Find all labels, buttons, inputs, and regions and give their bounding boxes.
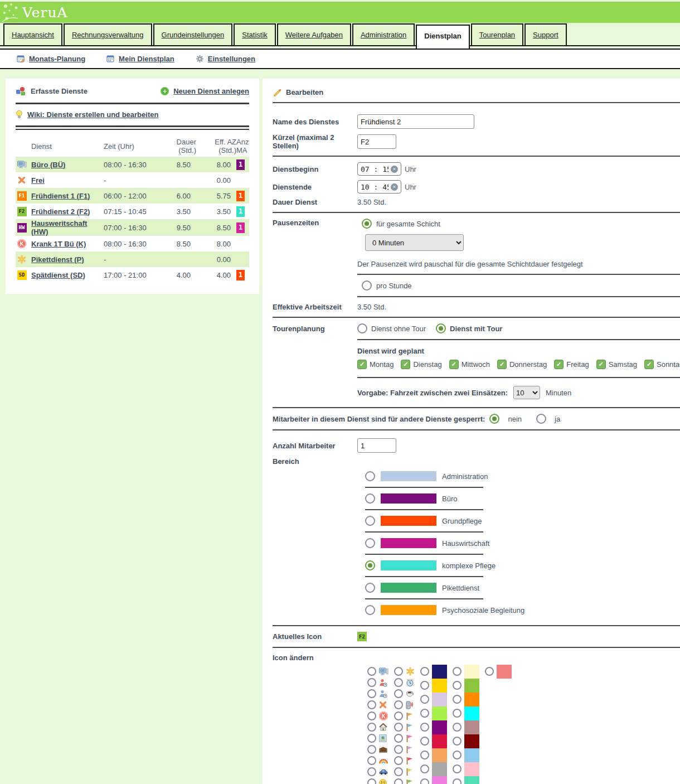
radio-color-thistle[interactable] — [420, 695, 429, 704]
coffee-icon — [406, 690, 415, 698]
service-link[interactable]: Frei — [31, 176, 104, 185]
service-link[interactable]: Hausweritschaft (HW) — [31, 219, 104, 236]
service-link[interactable]: Pikettdienst (P) — [31, 255, 104, 264]
checkbox-samstag[interactable] — [596, 360, 606, 369]
radio-gesamte-schicht[interactable] — [362, 219, 372, 229]
radio-icon-asterisk[interactable] — [394, 667, 403, 676]
tab-hauptansicht[interactable]: Hauptansicht — [3, 23, 62, 45]
tab-administration[interactable]: Administration — [352, 23, 415, 45]
wiki-link[interactable]: Wiki: Dienste erstellen und bearbeiten — [27, 110, 158, 119]
service-link[interactable]: Frühdienst 1 (F1) — [31, 192, 104, 200]
radio-color-cream[interactable] — [453, 667, 462, 676]
bereich-item: komplexe Pflege — [365, 560, 680, 570]
radio-bereich-buero[interactable] — [365, 493, 375, 504]
radio-icon-chest[interactable] — [367, 745, 376, 754]
radio-icon-person-blue[interactable] — [367, 689, 376, 698]
checkbox-donnerstag[interactable] — [497, 360, 507, 369]
radio-color-gold[interactable] — [420, 681, 429, 690]
checkbox-mittwoch[interactable] — [449, 360, 459, 369]
service-link[interactable]: Frühdienst 2 (F2) — [31, 207, 104, 216]
radio-color-sandybrown[interactable] — [420, 751, 429, 759]
radio-icon-coffee[interactable] — [394, 689, 403, 698]
radio-icon-phone[interactable] — [394, 700, 403, 709]
radio-bereich-hauswirtschaft[interactable] — [365, 538, 375, 548]
service-duration: 8.50 — [159, 161, 196, 169]
kuerzel-input[interactable] — [357, 134, 396, 149]
subnav-mein-dienstplan[interactable]: Mein Dienstplan — [106, 55, 174, 63]
radio-bereich-grundpflege[interactable] — [365, 516, 375, 526]
tab-grundeinstellungen[interactable]: Grundeinstellungen — [153, 23, 233, 45]
radio-color-aquamarine[interactable] — [453, 778, 462, 784]
radio-icon-house[interactable] — [367, 723, 376, 732]
anzahl-mitarbeiter-input[interactable] — [357, 438, 396, 453]
subnav-monats-planung[interactable]: Monats-Planung — [17, 55, 85, 63]
checkbox-dienstag[interactable] — [401, 360, 410, 369]
radio-bereich-psychosoziale[interactable] — [365, 605, 375, 615]
fahrzeit-select[interactable]: 10 — [513, 386, 540, 399]
radio-icon-picture[interactable] — [367, 734, 376, 743]
radio-color-skyblue[interactable] — [453, 751, 462, 759]
tab-support[interactable]: Support — [524, 23, 567, 45]
checkbox-freitag[interactable] — [554, 360, 564, 369]
radio-color-purple[interactable] — [420, 723, 429, 732]
radio-dienst-mit-tour[interactable] — [436, 323, 446, 333]
radio-icon-person-red[interactable] — [367, 678, 376, 687]
tab-dienstplan[interactable]: Dienstplan — [416, 25, 469, 49]
radio-icon-computer[interactable] — [367, 667, 376, 676]
new-service-link[interactable]: Neuen Dienst anlegen — [173, 87, 249, 95]
radio-icon-k-circle[interactable] — [367, 712, 376, 720]
radio-color-cyan[interactable] — [453, 709, 462, 718]
radio-color-salmon[interactable] — [485, 667, 494, 676]
tab-statistik[interactable]: Statistik — [234, 23, 276, 45]
radio-icon-flag-orange[interactable] — [394, 712, 403, 720]
radio-color-navy[interactable] — [420, 667, 429, 676]
radio-bereich-komplexe-pflege[interactable] — [365, 560, 375, 570]
aktuelles-icon-label: Aktuelles Icon — [273, 632, 357, 641]
radio-icon-flag-pink[interactable] — [394, 734, 403, 743]
subnav-einstellungen[interactable]: Einstellungen — [196, 55, 255, 63]
radio-color-darkred[interactable] — [453, 737, 462, 746]
radio-pro-stunde[interactable] — [362, 280, 372, 291]
radio-color-yellowgreen[interactable] — [453, 681, 462, 690]
start-time-field[interactable]: × — [357, 162, 401, 176]
service-link[interactable]: Krank 1T Bü (K) — [31, 240, 104, 248]
radio-color-crimson[interactable] — [420, 737, 429, 746]
service-link[interactable]: Büro (BÜ) — [31, 161, 104, 169]
end-time-input[interactable] — [361, 182, 388, 192]
radio-color-pink[interactable] — [453, 764, 462, 773]
radio-color-violet[interactable] — [420, 778, 429, 784]
checkbox-montag[interactable] — [357, 360, 367, 369]
pause-duration-select[interactable]: 0 Minuten — [365, 234, 464, 251]
day-label: Dienstag — [413, 360, 441, 369]
tab-weitere-aufgaben[interactable]: Weitere Aufgaben — [277, 23, 351, 45]
radio-icon-flag-green[interactable] — [394, 778, 403, 784]
clear-time-icon[interactable]: × — [391, 183, 398, 191]
radio-gesperrt-ja[interactable] — [536, 414, 546, 424]
checkbox-sonntag[interactable] — [644, 360, 654, 369]
tab-tourenplan[interactable]: Tourenplan — [471, 23, 523, 45]
radio-color-gray[interactable] — [420, 764, 429, 773]
radio-color-greenyellow[interactable] — [420, 709, 429, 718]
radio-icon-x[interactable] — [367, 700, 376, 709]
service-link[interactable]: Spätdienst (SD) — [31, 271, 104, 279]
radio-icon-smiley[interactable] — [367, 778, 376, 784]
radio-icon-car[interactable] — [367, 767, 376, 776]
radio-gesperrt-nein[interactable] — [489, 414, 499, 424]
radio-dienst-ohne-tour[interactable] — [357, 323, 367, 333]
radio-icon-flag-blue[interactable] — [394, 723, 403, 732]
radio-icon-flag-lavender[interactable] — [394, 745, 403, 754]
radio-bereich-pikettdienst[interactable] — [365, 583, 375, 593]
end-time-field[interactable]: × — [357, 180, 401, 193]
tab-rechnungsverwaltung[interactable]: Rechnungsverwaltung — [64, 23, 152, 45]
start-time-input[interactable] — [361, 164, 388, 174]
radio-color-orange[interactable] — [453, 695, 462, 704]
clear-time-icon[interactable]: × — [391, 166, 398, 173]
radio-icon-alarm[interactable] — [394, 678, 403, 687]
service-duration: 4.00 — [159, 271, 196, 279]
radio-icon-flag-red[interactable] — [394, 756, 403, 765]
radio-icon-rainbow[interactable] — [367, 756, 376, 765]
radio-icon-flag-yellow[interactable] — [394, 767, 403, 776]
radio-bereich-administration[interactable] — [365, 471, 375, 481]
service-name-input[interactable] — [357, 114, 474, 129]
radio-color-rosybrown[interactable] — [453, 723, 462, 732]
